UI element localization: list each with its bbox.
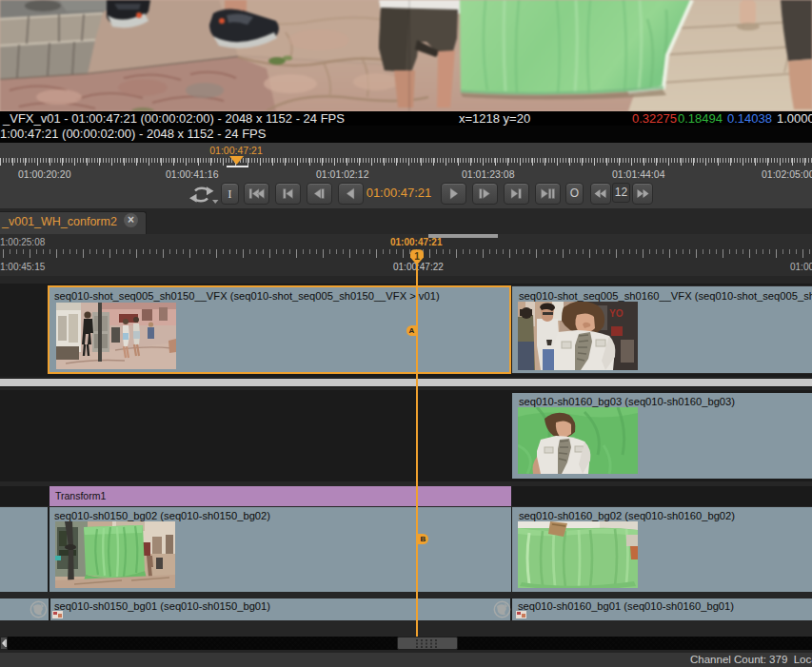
svg-text:1: 1	[414, 251, 420, 262]
svg-text:YO: YO	[609, 308, 624, 319]
